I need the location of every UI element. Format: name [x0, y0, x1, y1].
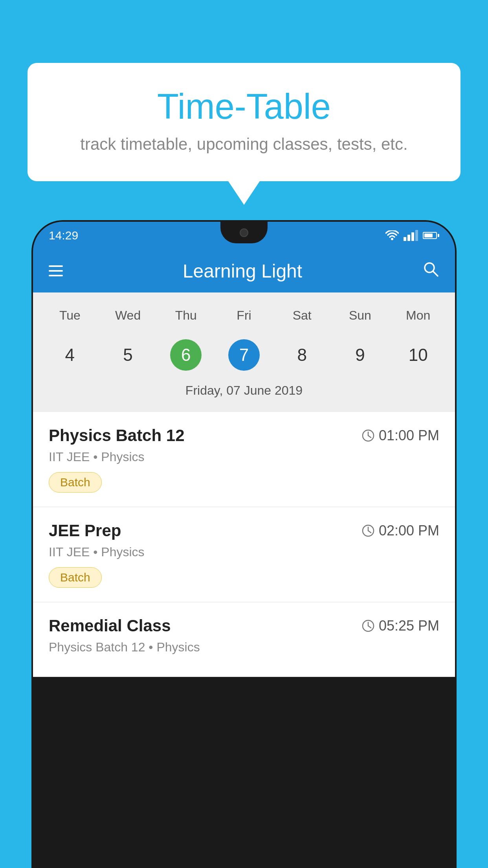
svg-line-2 — [433, 271, 438, 276]
speech-bubble-container: Time-Table track timetable, upcoming cla… — [28, 63, 460, 205]
svg-line-5 — [368, 436, 371, 438]
class-item-jee-prep[interactable]: JEE Prep 02:00 PM IIT JEE • Physics Batc… — [33, 507, 455, 602]
date-8[interactable]: 8 — [273, 340, 331, 370]
class-name-3: Remedial Class — [49, 616, 171, 635]
day-sun: Sun — [331, 304, 389, 327]
class-item-header-1: Physics Batch 12 01:00 PM — [49, 426, 439, 445]
status-bar: 14:29 — [33, 222, 455, 249]
camera-dot — [240, 228, 248, 237]
phone-inner: 14:29 — [33, 222, 455, 866]
class-name-1: Physics Batch 12 — [49, 426, 185, 445]
app-title: Learning Light — [63, 260, 422, 282]
date-6[interactable]: 6 — [157, 335, 215, 375]
battery-icon — [423, 232, 439, 239]
date-6-circle[interactable]: 6 — [170, 339, 202, 371]
clock-icon-1 — [361, 429, 375, 442]
timetable-subtitle: track timetable, upcoming classes, tests… — [59, 135, 429, 154]
svg-point-0 — [391, 238, 393, 240]
class-list: Physics Batch 12 01:00 PM IIT JEE • Phys… — [33, 412, 455, 677]
class-item-header-2: JEE Prep 02:00 PM — [49, 521, 439, 540]
batch-badge-2: Batch — [49, 567, 102, 588]
calendar-days-row: Tue Wed Thu Fri Sat Sun Mon — [33, 300, 455, 331]
date-7-circle[interactable]: 7 — [228, 339, 260, 371]
day-mon: Mon — [389, 304, 447, 327]
class-item-remedial[interactable]: Remedial Class 05:25 PM Physics Batch 12… — [33, 602, 455, 677]
date-10[interactable]: 10 — [389, 340, 447, 370]
date-9[interactable]: 9 — [331, 340, 389, 370]
speech-bubble-arrow — [228, 181, 260, 205]
svg-line-8 — [368, 531, 371, 533]
class-meta-2: IIT JEE • Physics — [49, 545, 439, 559]
day-wed: Wed — [99, 304, 157, 327]
clock-icon-2 — [361, 524, 375, 537]
class-time-1: 01:00 PM — [361, 427, 439, 444]
day-tue: Tue — [41, 304, 99, 327]
speech-bubble: Time-Table track timetable, upcoming cla… — [28, 63, 460, 181]
day-sat: Sat — [273, 304, 331, 327]
timetable-title: Time-Table — [59, 86, 429, 127]
app-bar: Learning Light — [33, 249, 455, 292]
date-4[interactable]: 4 — [41, 340, 99, 370]
status-icons — [385, 230, 439, 241]
hamburger-line-1 — [49, 265, 63, 267]
date-row: 4 5 6 7 8 9 10 — [33, 331, 455, 379]
day-thu: Thu — [157, 304, 215, 327]
class-item-physics-batch-12[interactable]: Physics Batch 12 01:00 PM IIT JEE • Phys… — [33, 412, 455, 507]
class-time-3: 05:25 PM — [361, 618, 439, 634]
class-meta-1: IIT JEE • Physics — [49, 450, 439, 464]
selected-date-label: Friday, 07 June 2019 — [33, 379, 455, 404]
hamburger-menu-button[interactable] — [49, 265, 63, 276]
notch — [220, 222, 268, 243]
calendar: Tue Wed Thu Fri Sat Sun Mon 4 5 6 7 8 9 … — [33, 292, 455, 412]
day-fri: Fri — [215, 304, 273, 327]
date-7[interactable]: 7 — [215, 335, 273, 375]
clock-icon-3 — [361, 619, 375, 633]
class-time-2: 02:00 PM — [361, 522, 439, 539]
date-5[interactable]: 5 — [99, 340, 157, 370]
class-meta-3: Physics Batch 12 • Physics — [49, 640, 439, 655]
svg-line-11 — [368, 626, 371, 628]
wifi-icon — [385, 230, 399, 241]
class-item-header-3: Remedial Class 05:25 PM — [49, 616, 439, 635]
batch-badge-1: Batch — [49, 472, 102, 493]
phone-frame: 14:29 — [31, 220, 457, 868]
class-name-2: JEE Prep — [49, 521, 121, 540]
hamburger-line-2 — [49, 270, 63, 272]
search-icon[interactable] — [422, 260, 439, 281]
status-time: 14:29 — [49, 229, 78, 242]
signal-bars-icon — [404, 230, 418, 241]
hamburger-line-3 — [49, 275, 63, 276]
